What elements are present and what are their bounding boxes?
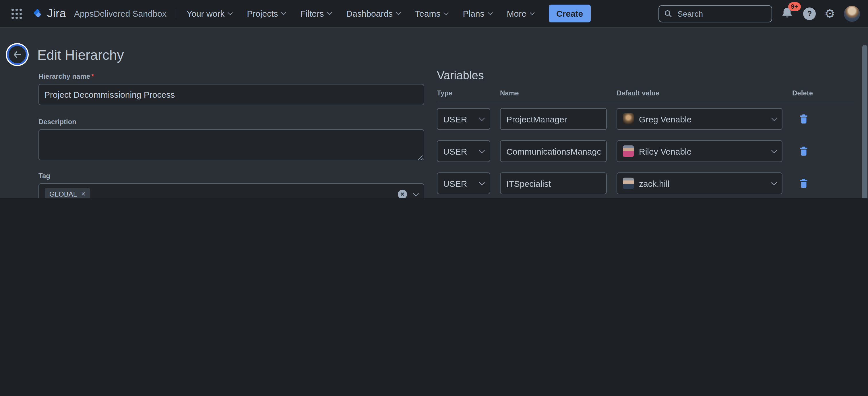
user-avatar-thumb bbox=[623, 145, 634, 157]
user-avatar-thumb bbox=[623, 113, 634, 125]
hierarchy-name-label: Hierarchy name* bbox=[38, 73, 424, 81]
notification-count-badge: 9+ bbox=[788, 2, 801, 11]
delete-row-button[interactable] bbox=[792, 179, 815, 188]
type-select[interactable]: USER bbox=[437, 108, 490, 130]
chevron-down-icon bbox=[488, 10, 493, 15]
back-button[interactable] bbox=[7, 44, 28, 65]
search-icon bbox=[664, 9, 672, 18]
chevron-down-icon bbox=[771, 147, 777, 153]
tag-multiselect[interactable]: GLOBAL ✕ ✕ bbox=[38, 183, 424, 198]
nav-item[interactable]: Filters bbox=[301, 9, 332, 19]
site-name: AppsDelivered Sandbox bbox=[74, 9, 166, 19]
default-value-select[interactable]: Riley Venable bbox=[617, 140, 782, 162]
chevron-down-icon bbox=[396, 10, 401, 15]
header-divider bbox=[437, 102, 854, 102]
delete-row-button[interactable] bbox=[792, 146, 815, 156]
description-label: Description bbox=[38, 118, 424, 126]
default-value-select[interactable]: zack.hill bbox=[617, 172, 782, 194]
variable-name-input[interactable] bbox=[500, 172, 607, 194]
chevron-down-icon bbox=[771, 115, 777, 121]
jira-wordmark: Jira bbox=[47, 7, 66, 20]
required-asterisk: * bbox=[91, 73, 94, 81]
app-window: Jira AppsDelivered Sandbox Your work Pro… bbox=[0, 0, 868, 198]
nav-item[interactable]: Teams bbox=[415, 9, 448, 19]
top-nav: Jira AppsDelivered Sandbox Your work Pro… bbox=[0, 0, 868, 28]
variables-header-row: Type Name Default value Delete bbox=[437, 89, 854, 102]
chevron-down-icon bbox=[530, 10, 534, 15]
col-header-default: Default value bbox=[617, 89, 782, 97]
nav-divider bbox=[176, 8, 176, 19]
chevron-down-icon bbox=[479, 179, 485, 186]
page-title: Edit Hierarchy bbox=[37, 47, 124, 63]
chevron-down-icon bbox=[228, 10, 233, 15]
type-select[interactable]: USER bbox=[437, 140, 490, 162]
clear-all-icon[interactable]: ✕ bbox=[398, 190, 407, 198]
search-box[interactable] bbox=[658, 5, 772, 22]
primary-nav: Your work Projects Filters Dashboards Te… bbox=[187, 9, 534, 19]
app-switcher-icon[interactable] bbox=[9, 6, 24, 21]
nav-item[interactable]: Plans bbox=[463, 9, 492, 19]
variables-section: Variables Type Name Default value Delete… bbox=[437, 69, 854, 198]
variable-name-input[interactable] bbox=[500, 140, 607, 162]
variables-rows: USER Greg Venable bbox=[437, 108, 854, 198]
trash-icon bbox=[800, 179, 808, 188]
default-value-select[interactable]: Greg Venable bbox=[617, 108, 782, 130]
chevron-down-icon bbox=[281, 10, 286, 15]
hierarchy-name-input[interactable] bbox=[38, 84, 424, 105]
type-select[interactable]: USER bbox=[437, 172, 490, 194]
settings-gear-icon[interactable]: ⚙︎ bbox=[825, 7, 835, 20]
variable-name-input[interactable] bbox=[500, 108, 607, 130]
nav-item[interactable]: More bbox=[507, 9, 534, 19]
chevron-down-icon bbox=[444, 10, 448, 15]
description-textarea[interactable] bbox=[38, 129, 424, 160]
chip-remove-icon[interactable]: ✕ bbox=[81, 191, 86, 197]
arrow-left-icon bbox=[12, 50, 22, 59]
variable-row: USER Riley Venable bbox=[437, 140, 854, 162]
delete-row-button[interactable] bbox=[792, 114, 815, 123]
col-header-type: Type bbox=[437, 89, 490, 97]
hierarchy-form: Hierarchy name* Description Tag GLOBAL ✕… bbox=[38, 73, 424, 198]
user-avatar[interactable] bbox=[844, 5, 860, 22]
nav-item[interactable]: Dashboards bbox=[346, 9, 400, 19]
chevron-down-icon bbox=[479, 115, 485, 121]
nav-item[interactable]: Projects bbox=[247, 9, 285, 19]
nav-right-cluster: 9+ ? ⚙︎ bbox=[658, 5, 860, 22]
variables-title: Variables bbox=[437, 69, 854, 82]
notifications-button[interactable]: 9+ bbox=[781, 7, 795, 20]
user-avatar-thumb bbox=[623, 178, 634, 189]
nav-item[interactable]: Your work bbox=[187, 9, 232, 19]
chevron-down-icon bbox=[327, 10, 332, 15]
jira-logo-icon bbox=[31, 7, 43, 20]
trash-icon bbox=[800, 146, 808, 156]
col-header-delete: Delete bbox=[792, 89, 815, 97]
tag-label: Tag bbox=[38, 172, 424, 180]
jira-logo[interactable]: Jira bbox=[31, 7, 66, 20]
col-header-name: Name bbox=[500, 89, 607, 97]
trash-icon bbox=[800, 114, 808, 123]
help-button[interactable]: ? bbox=[803, 7, 816, 20]
chevron-down-icon bbox=[771, 179, 777, 186]
create-button[interactable]: Create bbox=[549, 5, 590, 22]
variable-row: USER zack.hill bbox=[437, 172, 854, 194]
search-input[interactable] bbox=[676, 8, 766, 19]
tag-chip[interactable]: GLOBAL ✕ bbox=[45, 188, 90, 198]
chevron-down-icon bbox=[413, 191, 419, 196]
variable-row: USER Greg Venable bbox=[437, 108, 854, 130]
chevron-down-icon bbox=[479, 147, 485, 153]
question-icon: ? bbox=[807, 9, 812, 18]
scrollbar-thumb[interactable] bbox=[862, 45, 867, 198]
